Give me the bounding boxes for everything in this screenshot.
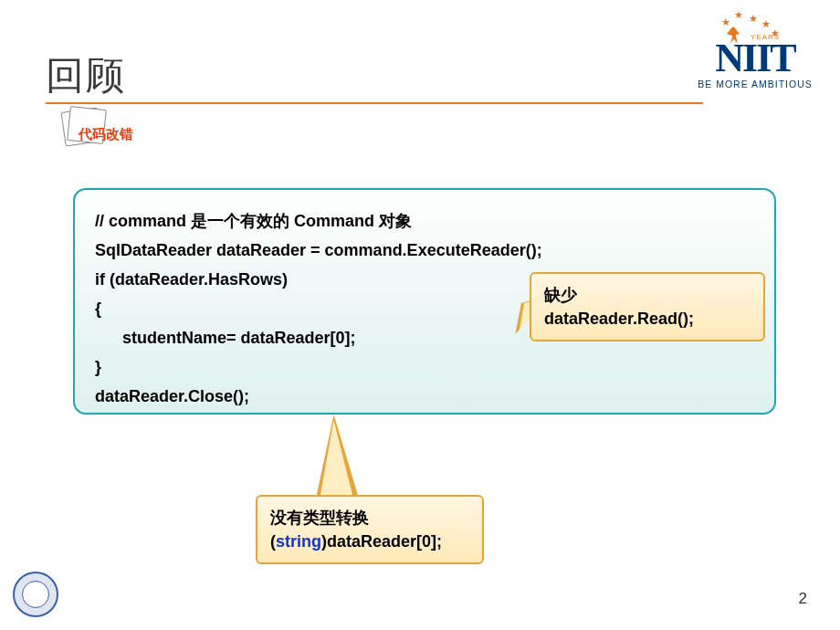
title-rule — [46, 102, 703, 104]
niit-logo: ★ ★ ★ ★ ★ YEARS NIIT BE MORE AMBITIOUS — [687, 7, 824, 89]
runner-icon — [719, 24, 747, 51]
logo-tagline: BE MORE AMBITIOUS — [687, 79, 824, 89]
callout-line: dataReader.Read(); — [544, 307, 751, 331]
callout-line: 缺少 — [544, 283, 751, 307]
code-line: } — [95, 358, 101, 376]
code-line: { — [95, 299, 101, 318]
callout-missing-read: 缺少 dataReader.Read(); — [530, 272, 765, 341]
callout-line: (string)dataReader[0]; — [270, 530, 469, 553]
slide-title: 回顾 — [46, 50, 126, 101]
university-seal-icon — [13, 572, 58, 617]
code-line: // command 是一个有效的 Command 对象 — [95, 212, 412, 230]
code-line: dataReader.Close(); — [95, 387, 249, 405]
logo-years: YEARS — [751, 33, 780, 41]
keyword: string — [276, 532, 321, 551]
callout-line: 没有类型转换 — [270, 506, 469, 530]
code-line: SqlDataReader dataReader = command.Execu… — [95, 241, 542, 259]
logo-brand: NIIT — [687, 40, 824, 77]
callout-tail — [320, 420, 356, 497]
callout-cast: 没有类型转换 (string)dataReader[0]; — [256, 495, 484, 564]
topic-badge: 代码改错 — [79, 126, 133, 143]
code-line: studentName= dataReader[0]; — [95, 329, 356, 347]
code-line: if (dataReader.HasRows) — [95, 270, 288, 289]
page-number: 2 — [799, 590, 807, 608]
